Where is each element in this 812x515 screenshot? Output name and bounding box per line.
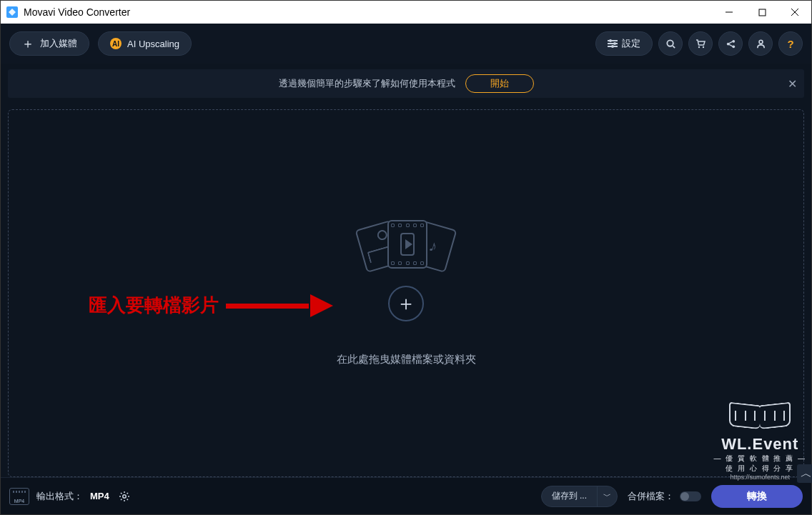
save-to-button[interactable]: 儲存到 ... ﹀ [541,486,618,507]
watermark-title: WL.Event [714,435,806,454]
video-icon [387,220,427,269]
save-to-dropdown[interactable]: ﹀ [597,486,617,506]
dropzone[interactable]: ＋ 在此處拖曳媒體檔案或資料夾 匯入要轉檔影片 WL.Event — 優 質 軟… [8,109,804,477]
tutorial-start-label: 開始 [490,77,509,90]
scroll-up-button[interactable]: ︿ [797,464,812,483]
svg-point-4 [667,40,673,46]
share-icon [726,39,736,49]
minimize-button[interactable] [713,1,746,24]
add-file-button[interactable]: ＋ [388,286,424,321]
svg-point-13 [759,40,763,44]
settings-label: 設定 [622,37,640,50]
svg-line-12 [729,44,733,46]
media-illustration [356,220,456,270]
watermark-sep: — 優 質 軟 體 推 薦 — [714,454,806,464]
tutorial-bar: 透過幾個簡單的步驟來了解如何使用本程式 開始 ✕ [8,69,804,98]
watermark: WL.Event — 優 質 軟 體 推 薦 — 使 用 心 得 分 享 htt… [714,404,806,481]
chevron-down-icon: ﹀ [603,491,611,501]
add-media-label: 加入媒體 [40,37,77,50]
titlebar-left: Movavi Video Converter [6,6,130,18]
svg-line-5 [673,46,675,48]
format-file-icon: MP4 [9,488,29,505]
app-icon [6,6,18,18]
titlebar: Movavi Video Converter [1,1,811,24]
app-window: Movavi Video Converter ＋ 加入媒體 AI AI Upsc… [0,0,812,515]
ai-icon: AI [110,38,122,49]
settings-button[interactable]: 設定 [595,31,653,56]
output-format-label: 輸出格式： [36,490,83,503]
format-settings-button[interactable] [117,489,132,504]
watermark-url: https://sumofents.net [714,474,806,481]
book-icon [728,404,792,432]
bottom-right: 儲存到 ... ﹀ 合併檔案： 轉換 [541,485,803,508]
tutorial-start-button[interactable]: 開始 [465,74,534,93]
search-icon [665,39,676,49]
close-button[interactable] [778,1,811,24]
account-button[interactable] [748,31,773,56]
svg-line-11 [729,41,733,43]
svg-point-10 [732,45,735,48]
watermark-sub2: 使 用 心 得 分 享 [714,464,806,474]
bottom-left: MP4 輸出格式： MP4 [9,488,132,505]
cart-icon [695,38,706,49]
dropzone-wrap: ＋ 在此處拖曳媒體檔案或資料夾 匯入要轉檔影片 WL.Event — 優 質 軟… [1,98,811,477]
arrow-icon [226,299,333,313]
search-button[interactable] [658,31,683,56]
tutorial-text: 透過幾個簡單的步驟來了解如何使用本程式 [279,77,455,90]
help-button[interactable]: ? [778,31,803,56]
svg-point-9 [732,39,735,42]
question-icon: ? [787,38,793,50]
top-toolbar: ＋ 加入媒體 AI AI Upscaling 設定 [1,24,811,64]
person-icon [756,39,766,49]
annotation-overlay: 匯入要轉檔影片 [89,293,333,318]
merge-control: 合併檔案： [628,490,701,503]
plus-icon: ＋ [396,290,416,317]
convert-button[interactable]: 轉換 [711,485,803,508]
ai-upscaling-label: AI Upscaling [127,39,179,49]
toolbar-right: 設定 ? [595,31,803,56]
close-icon: ✕ [788,78,797,90]
annotation-text: 匯入要轉檔影片 [89,293,219,318]
share-button[interactable] [718,31,743,56]
save-to-label: 儲存到 ... [542,490,597,502]
sliders-icon [608,40,618,47]
tutorial-close-button[interactable]: ✕ [788,77,797,91]
bottom-bar: MP4 輸出格式： MP4 儲存到 ... ﹀ 合併檔案： 轉換 [1,477,811,514]
gear-icon [119,491,130,502]
ai-upscaling-button[interactable]: AI AI Upscaling [98,31,192,56]
svg-point-7 [703,46,704,48]
svg-rect-1 [759,9,766,16]
svg-point-6 [698,46,700,48]
merge-label: 合併檔案： [628,490,674,503]
window-title: Movavi Video Converter [24,6,130,18]
cart-button[interactable] [688,31,713,56]
merge-toggle[interactable] [680,491,701,501]
maximize-button[interactable] [746,1,778,24]
convert-label: 轉換 [747,490,767,503]
chevron-up-icon: ︿ [801,466,812,481]
plus-icon: ＋ [21,37,34,50]
add-media-button[interactable]: ＋ 加入媒體 [9,31,89,56]
dropzone-hint: 在此處拖曳媒體檔案或資料夾 [337,353,476,366]
toolbar-left: ＋ 加入媒體 AI AI Upscaling [9,31,192,56]
window-controls [713,1,811,24]
svg-point-14 [123,494,126,497]
output-format-value[interactable]: MP4 [90,491,109,501]
